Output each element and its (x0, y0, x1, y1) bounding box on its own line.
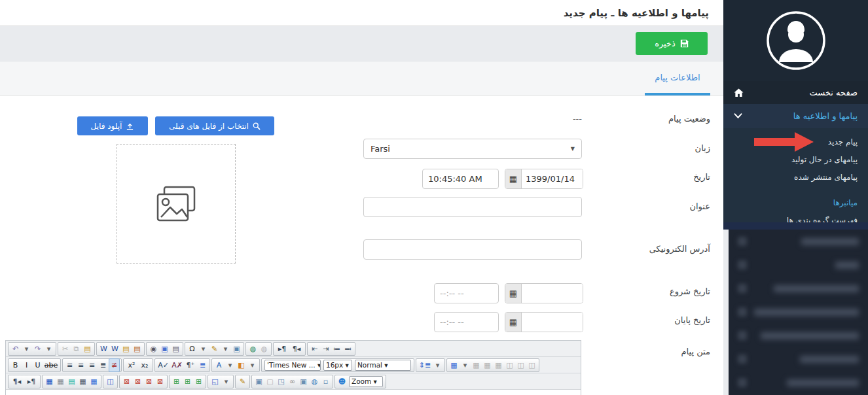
table-plain-icon[interactable]: ▦ (77, 375, 88, 388)
fill-color-icon[interactable]: ◧ (236, 359, 247, 371)
blurred-menu-item[interactable] (729, 253, 868, 277)
blurred-menu-item[interactable] (729, 324, 868, 347)
ltr-text-icon[interactable]: ▸¶ (24, 375, 39, 388)
format-painter-icon[interactable]: ✎ (209, 343, 220, 355)
blurred-menu-item[interactable] (729, 300, 868, 324)
superscript-icon[interactable]: x² (125, 359, 138, 371)
font-size-select[interactable]: 16px ▾ (323, 360, 352, 371)
paste-icon[interactable]: ▤ (82, 343, 93, 355)
undo-icon[interactable]: ↶ (10, 343, 21, 355)
insert-image-doc-icon[interactable]: ▣ (231, 343, 242, 355)
rtl-paragraph-icon[interactable]: ¶◂ (289, 343, 304, 355)
font-color-dropdown-icon[interactable]: ▾ (225, 359, 236, 371)
special-char-dropdown-icon[interactable]: ▾ (198, 343, 209, 355)
email-input[interactable] (363, 239, 582, 260)
ordered-list-icon[interactable]: ≔ (331, 343, 342, 355)
sidebar-item-messages[interactable]: پیامها و اطلاعیه ها (723, 104, 868, 128)
image-link-icon[interactable]: ∞ (287, 375, 298, 388)
image-swap-icon[interactable]: ◳ (276, 375, 287, 388)
find-icon[interactable]: ◉ (148, 343, 159, 355)
fill-color-dropdown-icon[interactable]: ▾ (247, 359, 258, 371)
frame-icon[interactable]: ◫ (105, 375, 116, 388)
sidebar-item-published-messages[interactable]: پیامهای منتشر شده (723, 169, 868, 186)
save-button[interactable]: ذخیره (636, 32, 708, 55)
sidebar-item-home[interactable]: صفحه نخست (723, 81, 868, 104)
special-char-icon[interactable]: Ω (187, 343, 198, 355)
paste-from-word-clean-icon[interactable]: W (109, 343, 120, 355)
justify-icon[interactable]: ≣ (98, 359, 109, 371)
calendar-icon[interactable]: ▦ (505, 313, 522, 332)
zoom-select[interactable]: Zoom ▾ (349, 376, 383, 387)
blurred-menu-item[interactable] (729, 347, 868, 371)
sidebar-item-messages-in-production[interactable]: پیامهای در حال تولید (723, 151, 868, 169)
blurred-menu-item[interactable] (729, 277, 868, 300)
insert-cell-icon[interactable]: ⊞ (171, 375, 182, 388)
align-left-icon[interactable]: ≡ (64, 359, 75, 371)
tab-message-info[interactable]: اطلاعات پیام (645, 61, 710, 94)
table-header-icon[interactable]: ▦ (44, 375, 55, 388)
spellcheck-icon[interactable]: A✓ (156, 359, 170, 371)
blurred-menu-item[interactable] (729, 371, 868, 394)
end-time-input[interactable] (434, 312, 499, 332)
small-image-icon[interactable]: ▫ (320, 375, 331, 388)
start-time-input[interactable] (434, 283, 499, 303)
paste-special-icon[interactable]: ▤ (132, 343, 143, 355)
end-date-input[interactable] (522, 313, 583, 332)
box-icon[interactable]: ◱ (209, 375, 221, 388)
title-input[interactable] (363, 197, 582, 217)
bullet-list-icon[interactable]: ≕ (342, 343, 353, 355)
calendar-icon[interactable]: ▦ (505, 284, 522, 303)
link-icon[interactable]: ◍ (247, 343, 259, 355)
print-icon[interactable]: ▤ (170, 343, 181, 355)
spellcheck-as-type-icon[interactable]: A✗ (170, 359, 184, 371)
media-icon[interactable]: ☻ (336, 375, 348, 388)
format-painter-dropdown-icon[interactable]: ▾ (220, 343, 231, 355)
blurred-menu-item[interactable] (729, 230, 868, 253)
paragraph-style-select[interactable]: Normal ▾ (355, 360, 411, 371)
rtl-text-icon[interactable]: ¶◂ (10, 375, 24, 388)
table-icon[interactable]: ▦ (448, 359, 460, 371)
line-height-icon[interactable]: ⇕≣ (418, 359, 432, 371)
line-height-dropdown-icon[interactable]: ▾ (432, 359, 443, 371)
editor-content-area[interactable] (6, 390, 581, 395)
indent-icon[interactable]: ⇥ (320, 343, 331, 355)
avatar[interactable] (766, 10, 826, 71)
table-row-icon[interactable]: ▤ (66, 375, 77, 388)
signature-icon[interactable]: ✎ (237, 375, 248, 388)
box-dropdown-icon[interactable]: ▾ (221, 375, 232, 388)
delete-table-icon[interactable]: ⊠ (154, 375, 166, 388)
delete-cell-icon[interactable]: ⊠ (121, 375, 132, 388)
font-color-icon[interactable]: A (213, 359, 225, 371)
web-image-icon[interactable]: ◍ (309, 375, 320, 388)
underline-icon[interactable]: U (32, 359, 43, 371)
merge-cell-icon[interactable]: ⊞ (182, 375, 193, 388)
image-gallery-icon[interactable]: ▣ (298, 375, 309, 388)
date-input[interactable] (522, 169, 583, 188)
language-select[interactable]: Farsi ▼ (363, 139, 582, 159)
paragraph-insert-icon[interactable]: ¶⁺ (184, 359, 197, 371)
delete-column-cells-icon[interactable]: ⊠ (143, 375, 154, 388)
italic-icon[interactable]: I (21, 359, 32, 371)
calendar-icon[interactable]: ▦ (505, 169, 522, 188)
paste-plain-icon[interactable]: ▤ (120, 343, 132, 355)
paste-from-word-icon[interactable]: W (98, 343, 109, 355)
font-family-select[interactable]: 'Times New ... ▾ (264, 360, 321, 371)
remove-justify-icon[interactable]: ≢ (109, 358, 120, 372)
choose-previous-files-button[interactable]: انتخاب از فایل های قبلی (155, 116, 274, 135)
align-center-icon[interactable]: ≡ (75, 359, 86, 371)
subscript-icon[interactable]: x₂ (138, 359, 151, 371)
start-date-input[interactable] (522, 284, 583, 303)
split-cell-icon[interactable]: ⊞ (193, 375, 204, 388)
table-grid-icon[interactable]: ▦ (55, 375, 66, 388)
line-spacing-icon[interactable]: ≣ (197, 359, 208, 371)
table-dropdown-icon[interactable]: ▾ (460, 359, 471, 371)
upload-file-button[interactable]: آپلود فایل (77, 116, 148, 135)
undo-dropdown-icon[interactable]: ▾ (21, 343, 32, 355)
redo-icon[interactable]: ↷ (32, 343, 43, 355)
insert-image-icon[interactable]: ▣ (253, 375, 264, 388)
select-all-icon[interactable]: ▣ (159, 343, 170, 355)
align-right-icon[interactable]: ≡ (86, 359, 98, 371)
delete-row-cells-icon[interactable]: ⊠ (132, 375, 143, 388)
time-input[interactable] (422, 169, 499, 189)
ltr-paragraph-icon[interactable]: ▸¶ (275, 343, 289, 355)
